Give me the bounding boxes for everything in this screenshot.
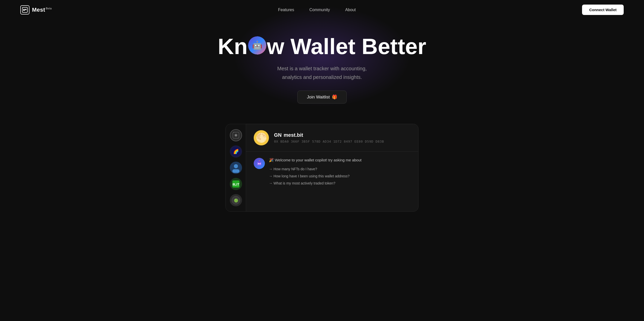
dashboard-container: 🌈 8LIT: [226, 124, 418, 212]
svg-text:8LIT: 8LIT: [232, 182, 239, 186]
chat-intro: 🎉 Welcome to your wallet copilot! try as…: [269, 158, 411, 162]
sidebar-avatar-1[interactable]: [230, 129, 242, 141]
chat-intro-icon: 🎉: [269, 158, 275, 162]
nav-item-community[interactable]: Community: [309, 8, 330, 12]
chat-message: 🎉 Welcome to your wallet copilot! try as…: [254, 158, 411, 187]
logo-icon: [20, 5, 29, 14]
navbar: MestBeta Features Community About Connec…: [0, 0, 644, 20]
svg-point-24: [259, 160, 260, 161]
svg-point-21: [258, 163, 259, 164]
chat-content: 🎉 Welcome to your wallet copilot! try as…: [269, 158, 411, 187]
sidebar-avatar-4[interactable]: 8LIT: [230, 178, 242, 190]
wallet-info: GN mest.bit 0X BDA0 366F 3B5F 578D AD34 …: [274, 132, 384, 143]
connect-wallet-button[interactable]: Connect Wallet: [582, 5, 624, 15]
svg-rect-11: [232, 169, 239, 173]
svg-point-5: [235, 134, 237, 136]
sidebar-avatar-5[interactable]: 🟢: [230, 194, 242, 206]
svg-rect-1: [23, 9, 25, 11]
svg-rect-20: [258, 161, 260, 163]
wallet-address: 0X BDA0 366F 3B5F 578D AD34 1D72 8497 EE…: [274, 140, 384, 143]
dashboard-preview: 🌈 8LIT: [0, 124, 644, 212]
join-waitlist-button[interactable]: Join Waitlist 🎁: [297, 91, 346, 104]
join-waitlist-icon: 🎁: [332, 94, 337, 100]
nav-link-about[interactable]: About: [345, 8, 356, 12]
chat-bot-avatar: [254, 158, 265, 169]
svg-point-22: [260, 163, 261, 164]
nav-links: Features Community About: [278, 8, 356, 12]
main-panel: 🌕 GN mest.bit 0X BDA0 366F 3B5F 578D AD3…: [246, 124, 418, 211]
svg-rect-2: [25, 9, 26, 10]
hero-title: Kn🤖w Wallet Better: [218, 35, 426, 58]
svg-text:🌈: 🌈: [233, 149, 239, 154]
chat-intro-text: Welcome to your wallet copilot! try aski…: [275, 158, 362, 162]
hero-subtitle: Mest is a wallet tracker with accounting…: [277, 64, 367, 81]
hero-title-part1: Kn: [218, 35, 248, 58]
nav-item-features[interactable]: Features: [278, 8, 294, 12]
wallet-name: GN mest.bit: [274, 132, 384, 138]
nav-link-community[interactable]: Community: [309, 8, 330, 12]
nav-item-about[interactable]: About: [345, 8, 356, 12]
svg-text:🟢: 🟢: [234, 198, 238, 203]
wallet-avatar: 🌕: [254, 130, 269, 145]
hero-title-nft-icon: 🤖: [248, 36, 266, 55]
sidebar-avatars: 🌈 8LIT: [226, 124, 246, 211]
logo[interactable]: MestBeta: [20, 5, 52, 14]
chat-item-1: → How many NFTs do I have?: [269, 165, 411, 173]
wallet-header: 🌕 GN mest.bit 0X BDA0 366F 3B5F 578D AD3…: [246, 124, 418, 152]
logo-text: MestBeta: [32, 7, 52, 13]
wallet-domain: mest.bit: [284, 132, 303, 138]
join-waitlist-label: Join Waitlist: [307, 95, 330, 100]
chat-section: 🎉 Welcome to your wallet copilot! try as…: [246, 152, 418, 193]
hero-section: Kn🤖w Wallet Better Mest is a wallet trac…: [0, 20, 644, 114]
nav-link-features[interactable]: Features: [278, 8, 294, 12]
chat-item-2-text: → How long have I been using this wallet…: [269, 174, 350, 178]
sidebar-avatar-3[interactable]: [230, 162, 242, 174]
chat-item-3-text: → What is my most actively traded token?: [269, 181, 335, 185]
hero-title-part2: w Wallet Better: [267, 35, 426, 58]
chat-item-1-text: → How many NFTs do I have?: [269, 167, 317, 171]
wallet-gn-label: GN: [274, 132, 282, 138]
chat-item-3: → What is my most actively traded token?: [269, 180, 411, 187]
sidebar-avatar-2[interactable]: 🌈: [230, 145, 242, 158]
svg-rect-0: [22, 7, 27, 12]
chat-item-2: → How long have I been using this wallet…: [269, 173, 411, 180]
svg-point-10: [234, 164, 238, 168]
